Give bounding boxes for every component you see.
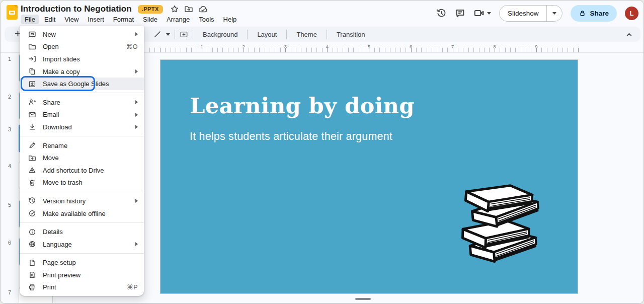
menu-item-icon [28,98,36,106]
menubar-help[interactable]: Help [219,15,241,24]
menu-item-email[interactable]: Email [20,109,144,121]
menu-separator [20,253,144,254]
menubar-edit[interactable]: Edit [40,15,59,24]
menu-item-icon [28,166,36,174]
slide-number: 1 [5,56,15,62]
comments-icon[interactable] [455,8,465,19]
toolbar-buttons: BackgroundLayoutThemeTransition [198,29,370,40]
menubar-arrange[interactable]: Arrange [163,15,194,24]
file-format-badge: .PPTX [138,5,163,14]
star-icon[interactable] [170,5,179,14]
menu-item-move[interactable]: Move [20,151,144,164]
menu-item-icon [28,179,36,187]
account-avatar[interactable]: L [625,7,638,20]
menu-item-icon [28,67,36,75]
menu-item-move-to-trash[interactable]: Move to trash [20,177,144,189]
menu-item-make-available-offline[interactable]: Make available offline [20,207,144,220]
menu-item-version-history[interactable]: Version history [20,195,144,207]
slide-number: 6 [5,240,15,246]
menu-item-share[interactable]: Share [20,96,144,109]
slide-subtitle-text[interactable]: It helps students articulate their argum… [190,130,392,143]
text-box-icon[interactable] [180,30,188,39]
slide-number: 5 [5,202,15,208]
toolbar-separator [193,30,193,39]
document-action-icons [170,5,208,14]
camera-caret-icon [487,12,491,15]
menu-item-label: Version history [43,197,132,205]
line-tool-icon[interactable] [153,30,162,38]
menu-item-download[interactable]: Download [20,121,144,133]
toolbar-button-layout[interactable]: Layout [252,29,282,40]
menu-item-language[interactable]: Language [20,238,144,251]
menubar-slide[interactable]: Slide [139,15,162,24]
submenu-arrow-icon [135,199,138,203]
menu-item-icon [28,259,36,267]
top-bar: Introduction to Negotiation .PPTX FileEd… [1,1,643,26]
slide-canvas[interactable]: Learning by doing It helps students arti… [160,59,578,294]
menu-item-label: Move to trash [43,179,138,186]
slideshow-button[interactable]: Slideshow [500,6,547,21]
menu-item-label: Make a copy [43,68,132,75]
menubar-file[interactable]: File [21,15,39,24]
menu-item-label: Save as Google Slides [43,80,138,88]
document-title[interactable]: Introduction to Negotiation [21,4,132,14]
menu-item-print[interactable]: Print ⌘P [20,281,144,294]
ruler-number: 1 [200,44,203,49]
menu-item-label: Move [43,154,138,162]
menu-item-shortcut: ⌘O [126,43,138,50]
menu-item-icon [28,43,36,51]
lock-icon [579,10,586,17]
toolbar-separator [327,30,327,39]
menu-item-label: Print [43,283,127,291]
menu-item-icon [28,209,36,217]
menu-item-label: Add shortcut to Drive [43,167,138,174]
menu-separator [20,192,144,192]
menu-item-new[interactable]: New [20,28,144,41]
cloud-saved-icon[interactable] [198,5,208,14]
menu-item-icon [28,228,36,236]
menu-item-import-slides[interactable]: Import slides [20,53,144,65]
menu-item-shortcut: ⌘P [127,283,138,291]
menu-item-print-preview[interactable]: Print preview [20,269,144,281]
menu-item-label: Print preview [43,271,138,279]
menubar-tools[interactable]: Tools [195,15,218,24]
toolbar-separator [175,30,175,39]
ruler-number: 2 [243,44,245,49]
toolbar-button-background[interactable]: Background [198,29,243,40]
menu-item-icon [28,111,36,119]
meet-camera-button[interactable] [473,8,491,19]
speaker-notes-resize-handle[interactable] [355,298,371,300]
menu-item-page-setup[interactable]: Page setup [20,257,144,269]
menu-item-open[interactable]: Open ⌘O [20,41,144,53]
ruler-number: 5 [368,44,370,49]
slide-title-text[interactable]: Learning by doing [190,93,415,118]
line-tool-caret-icon[interactable] [166,33,170,36]
menubar-format[interactable]: Format [109,15,138,24]
menu-item-label: New [43,31,132,38]
toolbar-button-transition[interactable]: Transition [332,29,370,40]
file-menu-panel: New Open ⌘O Import slides Make a copy Sa… [20,26,144,296]
collapse-toolbar-button[interactable] [625,30,633,39]
slide-number: 2 [5,94,15,100]
menu-item-icon [28,197,36,205]
toolbar-button-theme[interactable]: Theme [291,29,321,40]
menu-item-icon [28,80,36,88]
books-stack-image[interactable] [456,177,555,268]
menubar-insert[interactable]: Insert [84,15,108,24]
menu-item-rename[interactable]: Rename [20,139,144,152]
menu-item-make-a-copy[interactable]: Make a copy [20,65,144,78]
toolbar-separator [286,30,287,39]
menu-item-save-as-google-slides[interactable]: Save as Google Slides [20,78,144,90]
move-folder-icon[interactable] [184,5,193,14]
menu-item-details[interactable]: Details [20,225,144,238]
menu-item-label: Make available offline [43,210,138,217]
slides-app-icon[interactable] [7,5,18,20]
menu-item-icon [28,55,36,63]
slideshow-options-button[interactable] [546,6,562,21]
share-button[interactable]: Share [571,5,617,22]
menu-item-icon [28,123,36,131]
ruler-number: 8 [493,44,496,49]
version-history-icon[interactable] [436,8,447,19]
menubar-view[interactable]: View [60,15,83,24]
menu-item-add-shortcut-to-drive[interactable]: Add shortcut to Drive [20,164,144,177]
